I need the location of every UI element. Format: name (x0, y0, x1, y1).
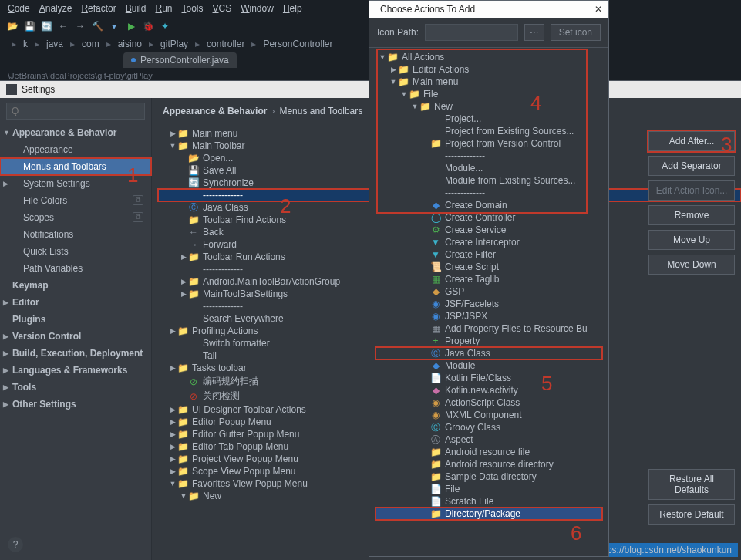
action-tree-row[interactable]: ▦Create Taglib (376, 273, 602, 285)
action-tree-row[interactable]: 📁Android resource file (376, 446, 602, 458)
action-button[interactable]: Move Up (648, 230, 735, 250)
nav-item[interactable]: Quick Lists (0, 243, 151, 260)
action-tree-row[interactable]: ⚙Create Service (376, 224, 602, 236)
action-tree-row[interactable]: ------------- (376, 187, 602, 199)
nav-item[interactable]: ▶Version Control (0, 328, 151, 345)
action-tree-row[interactable]: ◉MXML Component (376, 409, 602, 421)
action-tree-row[interactable]: ◆GSP (376, 285, 602, 298)
nav-item[interactable]: Appearance (0, 141, 151, 158)
crumb[interactable]: ▸aisino (103, 39, 142, 49)
action-tree-row[interactable]: 📁Android resource directory (376, 458, 602, 471)
action-tree-row[interactable]: ◉JSP/JSPX (376, 310, 602, 322)
action-tree-row[interactable]: ▼📁New (376, 100, 602, 113)
action-tree-row[interactable]: 📄Scratch File (376, 495, 602, 508)
action-tree-row[interactable]: Module from Existing Sources... (376, 174, 602, 187)
menu-analyze[interactable]: Analyze (39, 3, 72, 14)
action-tree-row[interactable]: ▶📁Editor Actions (376, 63, 602, 76)
action-tree-row[interactable]: 📁Sample Data directory (376, 471, 602, 483)
menu-tools[interactable]: Tools (182, 3, 204, 14)
nav-item[interactable]: Scopes⧉ (0, 209, 151, 226)
nav-search-input[interactable] (6, 103, 145, 120)
close-icon[interactable]: ✕ (594, 4, 602, 15)
action-tree-row[interactable]: Project... (376, 113, 602, 125)
set-icon-button[interactable]: Set icon (551, 24, 601, 41)
nav-item[interactable]: ▶Editor (0, 294, 151, 311)
crumb[interactable]: ▸java (31, 39, 63, 49)
restore-button[interactable]: Restore All Defaults (648, 469, 735, 500)
run-icon[interactable]: ▶ (125, 20, 137, 32)
save-icon[interactable]: 💾 (23, 20, 35, 32)
crumb[interactable]: ▸controller (191, 39, 244, 49)
action-tree-row[interactable]: ▼📁Main menu (376, 76, 602, 88)
action-tree-row[interactable]: ⒶAspect (376, 433, 602, 446)
action-tree-row[interactable]: ◯Create Controller (376, 211, 602, 224)
action-button[interactable]: Add After... (648, 131, 735, 151)
action-tree-row[interactable]: ⒸJava Class (376, 347, 602, 359)
run-select[interactable]: ▾ (108, 20, 120, 32)
sync-icon[interactable]: 🔄 (40, 20, 52, 32)
action-tree-row[interactable]: 📄File (376, 483, 602, 495)
restore-button[interactable]: Restore Default (648, 504, 735, 525)
crumb[interactable]: ▸gitPlay (145, 39, 188, 49)
action-tree-row[interactable]: ▼Create Filter (376, 248, 602, 261)
action-tree-row[interactable]: Project from Existing Sources... (376, 125, 602, 137)
action-button[interactable]: Remove (648, 205, 735, 225)
nav-item[interactable]: Menus and Toolbars (0, 158, 151, 175)
tree-label: Editor Popup Menu (192, 417, 271, 427)
action-tree-row[interactable]: ◉JSF/Facelets (376, 298, 602, 310)
browse-button[interactable]: … (524, 24, 544, 41)
back-icon[interactable]: ← (57, 20, 69, 32)
nav-item[interactable]: Notifications (0, 226, 151, 243)
nav-item[interactable]: ▶Languages & Frameworks (0, 362, 151, 379)
crumb[interactable]: ▸com (66, 39, 99, 49)
action-tree-row[interactable]: ▼📁All Actions (376, 51, 602, 63)
nav-item[interactable]: ▶Other Settings (0, 396, 151, 413)
action-tree-row[interactable]: ◉ActionScript Class (376, 396, 602, 409)
action-label: File (423, 89, 438, 100)
action-tree-row[interactable]: 📁Directory/Package (376, 508, 602, 520)
open-icon[interactable]: 📂 (6, 20, 19, 32)
crumb[interactable]: ▸PersonController (248, 39, 332, 49)
action-button[interactable]: Move Down (648, 255, 735, 275)
menu-window[interactable]: Window (241, 3, 274, 14)
editor-tab[interactable]: PersonController.java (123, 52, 237, 68)
action-tree-row[interactable]: 📁Project from Version Control (376, 137, 602, 150)
action-tree-row[interactable]: ◆Create Domain (376, 199, 602, 211)
nav-item[interactable]: ▶Build, Execution, Deployment (0, 345, 151, 362)
menu-code[interactable]: Code (8, 3, 30, 14)
nav-item[interactable]: ▶System Settings (0, 175, 151, 192)
menu-vcs[interactable]: VCS (213, 3, 232, 14)
action-tree-row[interactable]: ▦Add Property Files to Resource Bu (376, 322, 602, 335)
icon-path-input[interactable] (425, 24, 518, 41)
menu-help[interactable]: Help (283, 3, 302, 14)
action-tree-row[interactable]: ◆Kotlin.new.activity (376, 384, 602, 396)
action-tree-row[interactable]: +Property (376, 335, 602, 347)
nav-item[interactable]: Plugins (0, 311, 151, 328)
debug-icon[interactable]: 🐞 (142, 20, 154, 32)
action-tree-row[interactable]: 📜Create Script (376, 261, 602, 273)
actions-tree[interactable]: ▼📁All Actions▶📁Editor Actions▼📁Main menu… (369, 48, 608, 556)
menu-build[interactable]: Build (126, 3, 147, 14)
nav-item[interactable]: Path Variables (0, 260, 151, 277)
forward-icon[interactable]: → (74, 20, 86, 32)
nav-item[interactable]: ▼Appearance & Behavior (0, 124, 151, 141)
action-tree-row[interactable]: Module... (376, 162, 602, 174)
nav-item[interactable]: File Colors⧉ (0, 192, 151, 209)
tree-icon: ▦ (429, 323, 442, 334)
nav-item[interactable]: Keymap (0, 277, 151, 294)
nav-item[interactable]: ▶Tools (0, 379, 151, 396)
action-tree-row[interactable]: ▼📁File (376, 88, 602, 100)
crumb[interactable]: ▸k (8, 39, 28, 49)
action-tree-row[interactable]: ◆Module (376, 359, 602, 372)
menu-run[interactable]: Run (155, 3, 172, 14)
action-tree-row[interactable]: ------------- (376, 150, 602, 162)
action-button: Edit Action Icon... (648, 180, 735, 201)
action-tree-row[interactable]: ▼Create Interceptor (376, 236, 602, 248)
action-button[interactable]: Add Separator (648, 156, 735, 176)
more-icon[interactable]: ✦ (159, 20, 171, 32)
action-tree-row[interactable]: ⒸGroovy Class (376, 421, 602, 433)
action-tree-row[interactable]: 📄Kotlin File/Class (376, 372, 602, 384)
menu-refactor[interactable]: Refactor (81, 3, 116, 14)
help-button[interactable]: ? (8, 537, 23, 552)
build-icon[interactable]: 🔨 (91, 20, 103, 32)
